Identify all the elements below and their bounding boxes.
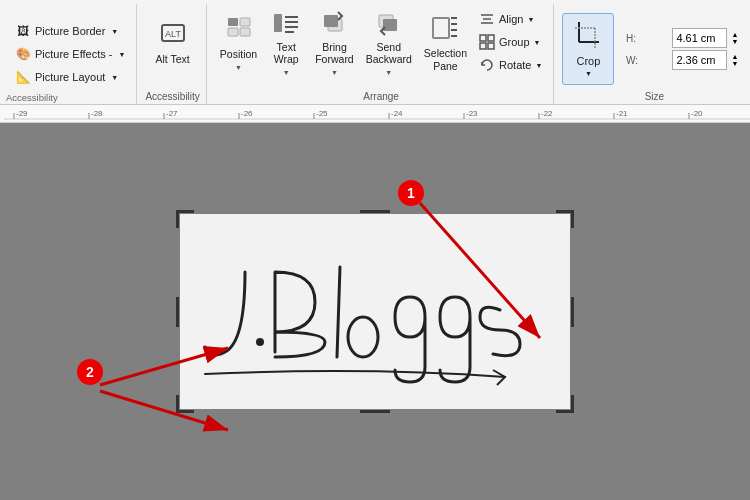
width-spinner[interactable]: ▲ ▼ [731, 53, 738, 67]
group-btn[interactable]: Group ▼ [474, 31, 547, 53]
crop-handle-tl[interactable] [176, 210, 194, 228]
send-backward-btn[interactable]: SendBackward ▼ [361, 6, 417, 78]
picture-border-arrow: ▼ [111, 28, 118, 35]
svg-text:-21: -21 [616, 109, 628, 118]
width-label: W: [626, 53, 668, 67]
crop-handle-ml[interactable] [176, 297, 194, 327]
align-btn[interactable]: Align ▼ [474, 8, 547, 30]
position-arrow: ▼ [235, 64, 242, 71]
signature-container[interactable] [180, 214, 570, 409]
annotation-1: 1 [398, 180, 424, 206]
bring-forward-btn[interactable]: BringForward ▼ [310, 6, 359, 78]
picture-layout-icon: 📐 [15, 69, 31, 85]
svg-text:-22: -22 [541, 109, 553, 118]
send-backward-icon [373, 8, 405, 38]
picture-effects-arrow: ▼ [118, 51, 125, 58]
picture-border-icon: 🖼 [15, 23, 31, 39]
bring-forward-label: BringForward [315, 41, 354, 66]
height-input[interactable] [672, 28, 727, 48]
svg-rect-12 [324, 15, 338, 27]
rotate-arrow: ▼ [535, 62, 542, 69]
height-label: H: [626, 31, 668, 45]
rotate-icon [479, 57, 495, 73]
svg-line-56 [337, 267, 340, 357]
svg-rect-6 [274, 14, 282, 32]
width-input[interactable] [672, 50, 727, 70]
alt-text-icon: ALT [157, 18, 189, 50]
bring-forward-icon [318, 8, 350, 38]
wrap-text-arrow: ▼ [283, 69, 290, 76]
height-spinner[interactable]: ▲ ▼ [731, 31, 738, 45]
group-icon [479, 34, 495, 50]
crop-icon [573, 20, 603, 52]
svg-text:W:: W: [626, 55, 638, 66]
ruler-marks: // Will be drawn inline -29 -28 -27 -26 … [4, 105, 746, 122]
ribbon: 🖼 Picture Border ▼ 🎨 Picture Effects - ▼… [0, 0, 750, 105]
size-inputs: H: ▲ ▼ W: ▲ [618, 24, 746, 74]
crop-btn[interactable]: Crop ▼ [562, 13, 614, 85]
crop-handle-mr[interactable] [556, 297, 574, 327]
rotate-label: Rotate [499, 59, 531, 71]
svg-text:-20: -20 [691, 109, 703, 118]
annotation-2: 2 [77, 359, 103, 385]
crop-handle-tm[interactable] [360, 210, 390, 228]
svg-rect-25 [480, 43, 486, 49]
svg-text:-29: -29 [16, 109, 28, 118]
crop-arrow: ▼ [585, 70, 592, 77]
align-arrow: ▼ [528, 16, 535, 23]
group-label: Group [499, 36, 530, 48]
svg-rect-2 [228, 18, 238, 26]
alt-text-btn[interactable]: ALT Alt Text [150, 6, 194, 78]
picture-effects-label: Picture Effects - [35, 48, 112, 60]
selection-pane-btn[interactable]: SelectionPane [419, 6, 472, 78]
ruler: // Will be drawn inline -29 -28 -27 -26 … [0, 105, 750, 123]
send-backward-arrow: ▼ [385, 69, 392, 76]
signature-image [180, 214, 570, 409]
svg-text:H:: H: [626, 33, 636, 44]
picture-border-btn[interactable]: 🖼 Picture Border ▼ [10, 20, 123, 42]
crop-handle-bl[interactable] [176, 395, 194, 413]
align-icon [479, 11, 495, 27]
group-arrow: ▼ [534, 39, 541, 46]
svg-rect-5 [240, 28, 250, 36]
picture-layout-arrow: ▼ [111, 74, 118, 81]
position-btn[interactable]: Position ▼ [215, 6, 262, 78]
svg-text:ALT: ALT [165, 29, 181, 39]
picture-border-label: Picture Border [35, 25, 105, 37]
svg-point-57 [348, 317, 378, 357]
svg-rect-3 [240, 18, 250, 26]
svg-text:-23: -23 [466, 109, 478, 118]
svg-rect-4 [228, 28, 238, 36]
align-label: Align [499, 13, 523, 25]
selection-pane-icon [429, 12, 461, 44]
wrap-text-btn[interactable]: TextWrap ▼ [264, 6, 308, 78]
svg-text:-24: -24 [391, 109, 403, 118]
svg-rect-23 [480, 35, 486, 41]
svg-text:-27: -27 [166, 109, 178, 118]
picture-layout-btn[interactable]: 📐 Picture Layout ▼ [10, 66, 123, 88]
selection-pane-label: SelectionPane [424, 47, 467, 72]
alt-text-label: Alt Text [155, 53, 189, 66]
arrange-small-group: Align ▼ Group ▼ Rotate [474, 6, 547, 78]
svg-rect-14 [383, 19, 397, 31]
accessibility-bar: Accessibility [0, 89, 750, 105]
svg-text:-26: -26 [241, 109, 253, 118]
svg-rect-24 [488, 35, 494, 41]
picture-layout-label: Picture Layout [35, 71, 105, 83]
wrap-text-icon [270, 8, 302, 38]
crop-handle-br[interactable] [556, 395, 574, 413]
crop-handle-bm[interactable] [360, 395, 390, 413]
rotate-btn[interactable]: Rotate ▼ [474, 54, 547, 76]
document-area: 1 2 [0, 123, 750, 500]
position-icon [223, 13, 255, 45]
svg-rect-26 [488, 43, 494, 49]
crop-label: Crop [576, 55, 600, 67]
position-label: Position [220, 48, 257, 61]
send-backward-label: SendBackward [366, 41, 412, 66]
picture-effects-btn[interactable]: 🎨 Picture Effects - ▼ [10, 43, 130, 65]
svg-text:-25: -25 [316, 109, 328, 118]
wrap-text-label: TextWrap [274, 41, 299, 66]
crop-handle-tr[interactable] [556, 210, 574, 228]
accessibility-bar-label: Accessibility [6, 92, 58, 103]
svg-rect-15 [433, 18, 449, 38]
